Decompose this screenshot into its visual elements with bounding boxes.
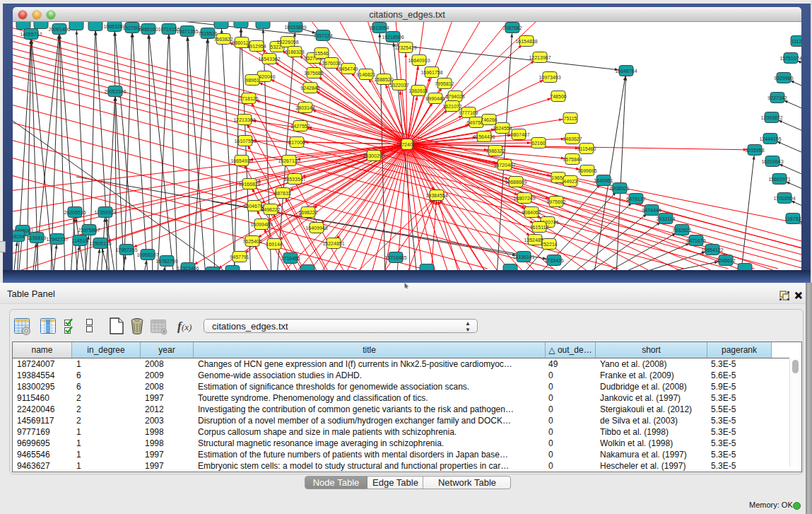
svg-text:7515526: 7515526: [198, 31, 217, 36]
svg-text:19218506: 19218506: [382, 35, 404, 40]
svg-text:16409948: 16409948: [305, 226, 327, 230]
svg-text:3875685: 3875685: [304, 71, 323, 76]
svg-text:2933114: 2933114: [657, 216, 676, 221]
svg-text:10973493: 10973493: [539, 75, 560, 80]
svg-text:9084067: 9084067: [522, 210, 541, 215]
svg-text:12325419: 12325419: [394, 45, 416, 50]
svg-text:17016504: 17016504: [773, 196, 795, 201]
svg-text:2676038: 2676038: [322, 61, 341, 66]
svg-text:21564436: 21564436: [473, 134, 495, 139]
svg-text:114519: 114519: [72, 238, 88, 243]
svg-text:16210643: 16210643: [761, 159, 783, 164]
svg-text:2087682: 2087682: [502, 25, 522, 30]
svg-text:7663822: 7663822: [213, 37, 233, 42]
svg-text:62160: 62160: [531, 141, 546, 146]
svg-text:8938921: 8938921: [610, 186, 629, 191]
svg-text:16782759: 16782759: [155, 259, 177, 264]
svg-text:10807487: 10807487: [507, 132, 529, 137]
svg-text:8471676: 8471676: [686, 238, 705, 243]
svg-text:1716485: 1716485: [281, 256, 300, 261]
svg-text:18807249: 18807249: [513, 196, 535, 201]
svg-text:8990448: 8990448: [425, 96, 445, 101]
svg-text:16654936: 16654936: [230, 158, 252, 163]
svg-text:5322037: 5322037: [389, 83, 408, 88]
svg-text:15751074: 15751074: [779, 56, 801, 61]
svg-text:14055712: 14055712: [20, 32, 42, 37]
svg-text:16107552: 16107552: [234, 139, 256, 144]
svg-text:3498222: 3498222: [261, 207, 280, 212]
svg-text:9242845: 9242845: [300, 86, 319, 90]
svg-text:1362615: 1362615: [408, 88, 428, 93]
svg-text:9463627: 9463627: [563, 136, 582, 141]
svg-text:2718126: 2718126: [239, 96, 258, 101]
svg-text:20053346: 20053346: [104, 89, 126, 94]
svg-text:19166829: 19166829: [238, 182, 260, 187]
svg-text:16961758: 16961758: [420, 70, 442, 75]
svg-text:12213363: 12213363: [233, 117, 255, 122]
svg-text:2803144: 2803144: [295, 105, 314, 110]
svg-text:15692971: 15692971: [768, 177, 790, 182]
svg-text:9329966: 9329966: [774, 76, 793, 81]
svg-text:8186328: 8186328: [285, 49, 304, 54]
svg-text:9474444: 9474444: [642, 208, 661, 213]
svg-text:16648784: 16648784: [615, 69, 637, 74]
svg-text:1588520: 1588520: [374, 77, 393, 82]
svg-text:6466160: 6466160: [139, 27, 158, 32]
svg-text:1156819: 1156819: [28, 235, 47, 240]
svg-text:12213967: 12213967: [529, 55, 551, 60]
svg-text:1640951: 1640951: [594, 178, 613, 183]
svg-text:26206536: 26206536: [64, 210, 86, 215]
svg-text:6479137: 6479137: [626, 197, 645, 201]
svg-text:7625402: 7625402: [242, 239, 261, 244]
svg-text:16543362: 16543362: [258, 57, 280, 62]
svg-text:748500: 748500: [550, 94, 566, 99]
svg-text:16033809: 16033809: [284, 25, 306, 30]
svg-text:169144: 169144: [266, 242, 282, 247]
svg-text:12505135: 12505135: [89, 241, 111, 246]
svg-text:9699695: 9699695: [577, 168, 596, 173]
svg-text:12942737: 12942737: [46, 237, 68, 242]
svg-text:16099489: 16099489: [250, 222, 272, 227]
svg-text:1733426: 1733426: [544, 258, 563, 263]
svg-text:98961: 98961: [245, 78, 259, 83]
svg-text:19384554: 19384554: [425, 193, 447, 198]
svg-text:13533547: 13533547: [283, 177, 305, 182]
svg-text:10688609: 10688609: [505, 180, 526, 185]
svg-text:16640910: 16640910: [408, 58, 430, 63]
svg-text:7632621: 7632621: [672, 228, 691, 233]
svg-text:75115: 75115: [564, 116, 577, 121]
svg-text:7357224: 7357224: [313, 33, 332, 38]
svg-text:1615112: 1615112: [530, 225, 549, 230]
svg-text:39154: 39154: [13, 234, 25, 239]
svg-text:15224851: 15224851: [322, 241, 344, 246]
svg-text:16671355: 16671355: [176, 29, 198, 34]
svg-text:13267130: 13267130: [278, 158, 300, 163]
svg-text:116753: 116753: [785, 216, 801, 221]
svg-text:6794028: 6794028: [445, 94, 464, 99]
svg-text:13226058: 13226058: [276, 40, 298, 45]
svg-text:(x): (x): [182, 322, 192, 332]
svg-text:8454749: 8454749: [339, 66, 358, 71]
svg-text:9115460: 9115460: [577, 146, 596, 151]
svg-text:3215958: 3215958: [745, 148, 764, 153]
svg-text:8912954: 8912954: [247, 44, 266, 49]
svg-text:7955812: 7955812: [435, 81, 454, 86]
svg-text:8813054: 8813054: [370, 25, 389, 30]
svg-text:10958107: 10958107: [136, 252, 158, 257]
svg-text:1621072: 1621072: [442, 104, 461, 109]
svg-text:7986322: 7986322: [486, 148, 505, 153]
svg-text:25300293: 25300293: [363, 153, 384, 158]
svg-text:1698222: 1698222: [298, 210, 317, 215]
svg-text:9575844: 9575844: [563, 157, 582, 162]
svg-text:17359924: 17359924: [94, 210, 116, 215]
svg-text:746266: 746266: [481, 117, 497, 122]
svg-text:15546: 15546: [314, 51, 329, 56]
svg-text:9457791: 9457791: [230, 255, 249, 259]
svg-text:1975692: 1975692: [546, 199, 565, 204]
svg-text:817006: 817006: [288, 140, 305, 145]
svg-text:9245612: 9245612: [716, 258, 735, 263]
svg-text:14136141: 14136141: [512, 255, 534, 259]
svg-text:17957255: 17957255: [115, 247, 137, 252]
svg-text:18724007: 18724007: [396, 142, 418, 147]
svg-text:15720407: 15720407: [493, 163, 515, 168]
